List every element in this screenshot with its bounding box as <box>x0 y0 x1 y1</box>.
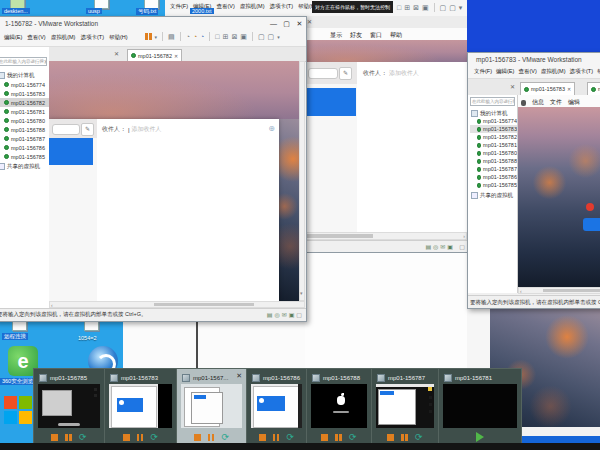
vm-thumbnail-hovered[interactable]: mp01-1567... ✕ ⟳ <box>177 369 247 444</box>
pause-vm-button[interactable] <box>145 33 152 40</box>
scrollbar-thumb[interactable] <box>154 303 254 306</box>
pause-vm-button[interactable] <box>208 434 215 441</box>
message-log-icon[interactable]: ▢ <box>459 243 465 250</box>
vm-list-item[interactable]: mp01-156780 <box>470 149 517 157</box>
dropdown-icon[interactable]: ▾ <box>277 34 280 40</box>
maximize-button[interactable]: ▢ <box>280 18 293 29</box>
play-vm-button[interactable] <box>476 432 484 442</box>
panel-close-icon[interactable]: ✕ <box>114 51 119 57</box>
reset-vm-button[interactable]: ⟳ <box>349 433 357 442</box>
mac-menu-help[interactable]: 帮助 <box>390 31 402 40</box>
dropdown-icon[interactable]: ▾ <box>459 4 463 12</box>
thumb-preview[interactable] <box>376 384 434 428</box>
horizontal-scrollbar[interactable]: › <box>305 232 467 240</box>
vm-list-item[interactable]: mp01-156782 <box>470 133 517 141</box>
desktop-icon-label[interactable]: 1054=2 <box>78 335 97 341</box>
hdd-status-icon[interactable]: ▤ <box>425 243 431 250</box>
menu-edit[interactable]: 编辑(E) <box>496 68 514 75</box>
panel-close-icon[interactable]: ✕ <box>510 84 515 90</box>
menu-view[interactable]: 查看(V) <box>27 34 45 41</box>
scroll-left-icon[interactable]: ‹ <box>520 288 522 294</box>
vm-list-item[interactable]: mp01-156774 <box>0 80 49 89</box>
horizontal-scrollbar[interactable]: ‹ <box>49 301 305 308</box>
to-placeholder[interactable]: 添加收件人 <box>132 125 162 134</box>
selected-conversation[interactable] <box>49 138 93 165</box>
close-button[interactable]: ✕ <box>293 18 306 29</box>
vertical-scrollbar[interactable]: ▾ <box>299 61 305 301</box>
unity-icon[interactable]: ▣ <box>240 33 247 41</box>
pause-vm-button[interactable] <box>65 434 72 441</box>
vm-thumbnail[interactable]: mp01-156786 ⟳ <box>247 369 307 444</box>
vm-thumbnail[interactable]: mp01-156785 ⟳ <box>34 369 105 444</box>
compose-icon[interactable]: ✎ <box>339 67 352 80</box>
tab-close-icon[interactable]: ✕ <box>567 86 571 92</box>
console-view-icon[interactable]: □ <box>215 33 219 40</box>
menu-tabs[interactable]: 选项卡(T) <box>269 3 293 10</box>
vm-thumbnail[interactable]: mp01-156783 ⟳ <box>105 369 177 444</box>
usb-status-icon[interactable]: ▣ <box>447 243 453 250</box>
library-toggle-icon[interactable]: ▢ <box>258 33 265 41</box>
menu-vm[interactable]: 虚拟机(M) <box>240 3 265 10</box>
mac-menu-friends[interactable]: 好友 <box>350 31 362 40</box>
menu-help[interactable]: 帮助(H) <box>109 34 128 41</box>
thumbnail-bar-icon[interactable]: ▢ <box>449 4 456 12</box>
vm-list-item[interactable]: mp01-156774 <box>470 117 517 125</box>
snapshot-icon[interactable]: ◔ <box>186 33 190 40</box>
tree-root[interactable]: 我的计算机 <box>470 109 517 117</box>
mac-menu-window[interactable]: 窗口 <box>370 31 382 40</box>
menu-view[interactable]: 查看(V) <box>518 68 536 75</box>
desktop-icon-label[interactable]: uusp <box>86 8 102 14</box>
usb-status-icon[interactable]: ▣ <box>289 311 295 318</box>
vm-thumbnail[interactable]: mp01-156787 ⟳ <box>372 369 439 444</box>
vm-list-item[interactable]: mp01-156785 <box>470 181 517 189</box>
send-ctrl-alt-del-icon[interactable]: ▤ <box>168 33 175 41</box>
pause-vm-button[interactable] <box>273 434 280 441</box>
menu-edit[interactable]: 编辑(E) <box>4 34 22 41</box>
pause-vm-button[interactable] <box>401 434 408 441</box>
tab-view-icon[interactable]: ⊞ <box>223 33 229 41</box>
desktop-icon-label[interactable]: deskten... <box>2 8 30 14</box>
power-dropdown-icon[interactable]: ▾ <box>155 34 158 40</box>
reset-vm-button[interactable]: ⟳ <box>415 433 423 442</box>
reset-vm-button[interactable]: ⟳ <box>79 433 87 442</box>
apple-menu-icon[interactable] <box>521 100 526 106</box>
selected-conversation-edge[interactable] <box>583 218 600 231</box>
revert-snapshot-icon[interactable]: ◔ <box>193 33 197 40</box>
stop-vm-button[interactable] <box>51 434 58 441</box>
thumb-preview[interactable] <box>311 384 367 428</box>
vm-thumbnail[interactable]: mp01-156788 ⟳ <box>307 369 372 444</box>
horizontal-scrollbar[interactable]: ‹ <box>518 287 600 294</box>
thumb-close-icon[interactable]: ✕ <box>236 372 242 380</box>
windows-logo-icon[interactable] <box>4 396 32 424</box>
reset-vm-button[interactable]: ⟳ <box>150 433 158 442</box>
vm-list-item[interactable]: mp01-156787 <box>470 165 517 173</box>
titlebar[interactable]: mp01-156783 - VMware Workstation <box>468 53 600 65</box>
network-status-icon[interactable]: ✉ <box>282 311 287 318</box>
tree-root[interactable]: 我的计算机 <box>0 71 49 80</box>
close-icon[interactable]: ✕ <box>307 19 312 25</box>
vm-list-item[interactable]: mp01-156788 <box>470 157 517 165</box>
mac-menu-view[interactable]: 显示 <box>330 31 342 40</box>
add-recipient-icon[interactable]: ⊕ <box>268 124 275 133</box>
mac-menu-file[interactable]: 文件 <box>550 98 562 107</box>
message-log-icon[interactable]: ▢ <box>296 311 302 318</box>
desktop-icon-label[interactable]: 远程连接 <box>2 333 28 340</box>
vm-console-screen[interactable]: ✎ 收件人： | 添加收件人 ⊕ <box>49 61 299 301</box>
cd-status-icon[interactable]: ◎ <box>274 311 279 318</box>
console-view-icon[interactable]: □ <box>397 4 401 11</box>
messages-search-input[interactable] <box>52 124 80 135</box>
library-toggle-icon[interactable]: ▢ <box>440 4 447 12</box>
thumb-preview[interactable] <box>443 384 517 428</box>
vm-tab-active[interactable]: mp01-156783 ✕ <box>520 82 575 95</box>
mac-menu-edit[interactable]: 编辑 <box>568 98 580 107</box>
pause-vm-button[interactable] <box>335 434 342 441</box>
vm-list-item[interactable]: mp01-156788 <box>0 125 49 134</box>
stop-vm-button[interactable] <box>259 434 266 441</box>
scroll-right-icon[interactable]: › <box>463 233 465 239</box>
desktop-icon-label[interactable]: 2000.txt <box>190 8 214 14</box>
thumb-preview[interactable] <box>181 384 242 428</box>
manage-snapshots-icon[interactable]: ◔ <box>200 33 204 40</box>
scroll-down-icon[interactable]: ▾ <box>300 290 303 296</box>
scrollbar-thumb[interactable] <box>307 234 373 238</box>
tab-view-icon[interactable]: ⊞ <box>404 4 410 12</box>
